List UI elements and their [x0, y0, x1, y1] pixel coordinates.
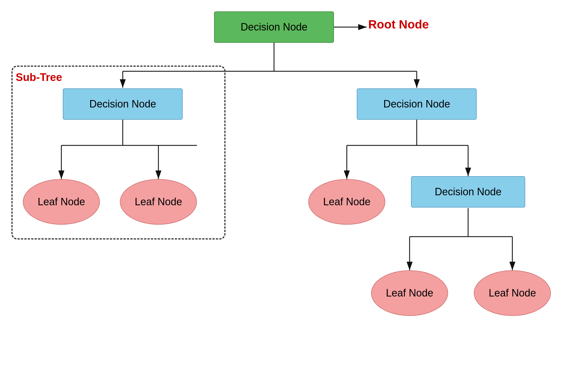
- root-node-label: Root Node: [368, 18, 429, 31]
- bottom-leaf-node-2: Leaf Node: [474, 270, 551, 316]
- subtree-label: Sub-Tree: [16, 71, 62, 84]
- left-leaf-node-2: Leaf Node: [120, 179, 197, 225]
- left-decision-node: Decision Node: [63, 88, 183, 120]
- right-decision-node: Decision Node: [357, 88, 477, 120]
- right-decision-node-2: Decision Node: [411, 176, 525, 208]
- bottom-leaf-node-1: Leaf Node: [371, 270, 448, 316]
- diagram: Sub-Tree: [0, 0, 578, 392]
- root-decision-node: Decision Node: [214, 11, 334, 43]
- left-leaf-node-1: Leaf Node: [23, 179, 100, 225]
- right-leaf-node-1: Leaf Node: [308, 179, 385, 225]
